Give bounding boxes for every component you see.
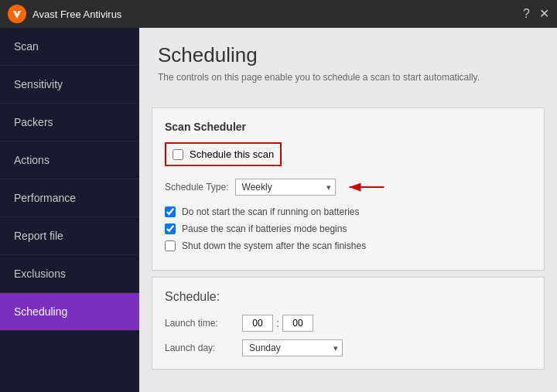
schedule-title: Schedule:: [165, 290, 531, 304]
svg-point-0: [8, 5, 26, 23]
avast-logo-icon: [8, 5, 26, 23]
launch-day-row: Launch day: Sunday Monday Tuesday Wednes…: [165, 339, 531, 356]
sidebar-item-performance[interactable]: Performance: [0, 179, 139, 217]
sidebar-item-packers[interactable]: Packers: [0, 104, 139, 141]
schedule-type-row: Schedule Type: Once Daily Weekly Monthly: [165, 179, 531, 196]
option1-row: Do not start the scan if running on batt…: [165, 206, 531, 217]
launch-time-row: Launch time: :: [165, 315, 531, 332]
schedule-this-scan-label: Schedule this scan: [190, 148, 274, 160]
main-header: Scheduling The controls on this page ena…: [139, 28, 557, 101]
minutes-input[interactable]: [282, 315, 313, 332]
option2-row: Pause the scan if batteries mode begins: [165, 223, 531, 234]
page-subtitle: The controls on this page enable you to …: [158, 72, 538, 83]
title-bar-buttons: ? ✕: [523, 8, 549, 20]
launch-day-select-wrapper: Sunday Monday Tuesday Wednesday Thursday…: [242, 339, 343, 356]
sidebar: Scan Sensitivity Packers Actions Perform…: [0, 28, 139, 392]
hours-input[interactable]: [242, 315, 273, 332]
sidebar-item-scan[interactable]: Scan: [0, 28, 139, 66]
app-window: Avast Free Antivirus ? ✕ Scan Sensitivit…: [0, 0, 557, 392]
schedule-this-scan-row: Schedule this scan: [165, 142, 282, 166]
option1-label: Do not start the scan if running on batt…: [182, 206, 359, 217]
time-separator: :: [276, 317, 279, 329]
schedule-section: Schedule: Launch time: : Launch day: Sun…: [152, 277, 545, 370]
launch-day-label: Launch day:: [165, 343, 242, 353]
sidebar-item-exclusions[interactable]: Exclusions: [0, 255, 139, 293]
page-title: Scheduling: [158, 43, 538, 67]
option1-checkbox[interactable]: [165, 206, 176, 217]
option2-checkbox[interactable]: [165, 223, 176, 234]
launch-day-select[interactable]: Sunday Monday Tuesday Wednesday Thursday…: [242, 339, 343, 356]
sidebar-item-report-file[interactable]: Report file: [0, 217, 139, 255]
sidebar-item-actions[interactable]: Actions: [0, 141, 139, 179]
close-button[interactable]: ✕: [539, 8, 549, 20]
schedule-type-select[interactable]: Once Daily Weekly Monthly: [235, 179, 336, 196]
option3-row: Shut down the system after the scan fini…: [165, 240, 531, 251]
sidebar-item-scheduling[interactable]: Scheduling: [0, 293, 139, 331]
scan-scheduler-title: Scan Scheduler: [165, 121, 531, 133]
red-arrow-icon: [343, 179, 390, 195]
option2-label: Pause the scan if batteries mode begins: [182, 223, 347, 234]
schedule-this-scan-checkbox[interactable]: [173, 149, 183, 160]
main-content: Scheduling The controls on this page ena…: [139, 28, 557, 392]
app-body: Scan Sensitivity Packers Actions Perform…: [0, 28, 557, 392]
help-button[interactable]: ?: [523, 8, 530, 20]
app-title: Avast Free Antivirus: [32, 9, 523, 20]
title-bar: Avast Free Antivirus ? ✕: [0, 0, 557, 28]
launch-time-label: Launch time:: [165, 318, 242, 329]
scan-scheduler-section: Scan Scheduler Schedule this scan Schedu…: [152, 107, 545, 271]
schedule-type-label: Schedule Type:: [165, 182, 229, 193]
option3-checkbox[interactable]: [165, 240, 176, 251]
sidebar-item-sensitivity[interactable]: Sensitivity: [0, 66, 139, 104]
schedule-type-select-wrapper: Once Daily Weekly Monthly: [235, 179, 336, 196]
option3-label: Shut down the system after the scan fini…: [182, 240, 366, 251]
